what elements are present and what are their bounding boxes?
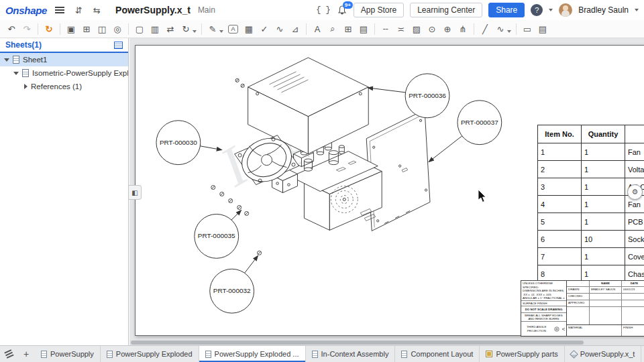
sheet-list-icon[interactable] — [114, 42, 123, 49]
tab-label: PowerSupply.x_t — [580, 350, 635, 358]
weld-symbol-icon[interactable]: ⊿ — [288, 21, 303, 36]
properties-icon[interactable]: ▤ — [535, 21, 550, 36]
tb-spec-line: ANGULAR ± 1° FRACTIONAL ± 1/32 — [523, 296, 565, 301]
onshape-logo[interactable]: Onshape — [5, 5, 47, 16]
manage-tabs-icon — [5, 352, 13, 356]
power-supply-geometry[interactable] — [211, 58, 430, 255]
tab-label: Component Layout — [411, 350, 473, 358]
help-button[interactable]: ? — [531, 4, 543, 16]
tb-drawn-date: 06/01/23 — [622, 287, 644, 294]
share-button[interactable]: Share — [488, 3, 525, 17]
undo-icon[interactable]: ↶ — [4, 21, 19, 36]
balloon-prt-000030[interactable]: PRT-000030 — [156, 121, 222, 165]
balloon-prt-000035[interactable]: PRT-000035 — [195, 210, 241, 258]
manage-tabs-button[interactable] — [0, 346, 17, 362]
document-title[interactable]: PowerSupply.x_t — [115, 5, 191, 15]
user-name[interactable]: Bradley Sauln — [578, 5, 629, 15]
notification-badge: 9+ — [343, 1, 353, 9]
bom-cell: 1 — [582, 161, 625, 178]
hatch-icon[interactable]: ▨ — [409, 21, 424, 36]
sheets-panel: Sheets(1) Sheet1 Isometric-PowerSupply E… — [0, 38, 129, 345]
tree-item-isometric-view[interactable]: Isometric-PowerSupply Explod — [0, 66, 128, 80]
tab-label: PowerSupply Exploded ... — [215, 350, 299, 358]
chevron-down-icon[interactable] — [4, 58, 9, 62]
split-tool-icon[interactable]: ⋔ — [455, 21, 470, 36]
sheet-tool-icon[interactable]: ▭ — [520, 21, 535, 36]
tab-component-layout[interactable]: Component Layout — [395, 346, 480, 362]
detail-view-icon[interactable]: ◎ — [110, 21, 125, 36]
drawing-tab-icon — [41, 351, 47, 358]
bom-cell: Volta — [625, 161, 644, 178]
bom-cell: 2 — [538, 161, 582, 178]
tb-surface-finish: SURFACE FINISH: — [521, 301, 566, 306]
toolbar-divider — [306, 23, 307, 35]
bom-cell: 7 — [538, 248, 582, 265]
break-view-icon[interactable]: ▥ — [148, 21, 162, 36]
circle-tool-icon[interactable]: ⊙ — [425, 21, 439, 36]
hamburger-menu-icon[interactable] — [55, 9, 64, 11]
tab-powersupply-exploded[interactable]: PowerSupply Exploded — [101, 346, 199, 362]
inspection-symbol-icon[interactable]: ✓ — [257, 21, 272, 36]
dimension-icon[interactable]: ✎ — [205, 21, 220, 36]
bom-table[interactable]: Item No. Quantity 11Fan 21Volta 31AC Co … — [537, 125, 644, 283]
spline-tool-icon[interactable]: ∿ — [493, 21, 508, 36]
drawing-tab-icon — [205, 351, 211, 358]
scrollbar-thumb[interactable] — [131, 341, 584, 345]
centermark-icon[interactable]: ≍ — [394, 21, 409, 36]
horizontal-scrollbar[interactable] — [129, 340, 644, 345]
projected-view-icon[interactable]: ⊞ — [79, 21, 94, 36]
toolbar-divider — [60, 23, 60, 35]
balloon-prt-000036[interactable]: PRT-000036 — [368, 74, 449, 118]
curly-braces-icon[interactable]: { } — [316, 5, 331, 15]
caret-icon — [507, 30, 511, 33]
versions-icon[interactable]: ⇵ — [72, 5, 85, 15]
toolbar-divider — [516, 23, 517, 35]
rotate-view-icon[interactable]: ↻ — [178, 21, 193, 36]
learning-center-button[interactable]: Learning Center — [410, 3, 482, 17]
user-avatar[interactable] — [559, 3, 572, 17]
tab-powersupply-exploded-drawing[interactable]: PowerSupply Exploded ... — [199, 346, 306, 362]
drawing-canvas[interactable]: In pr — [129, 38, 644, 345]
tb-spec-line: UNLESS OTHERWISE SPECIFIED: — [523, 282, 565, 289]
bom-cell: 1 — [582, 196, 625, 213]
bom-cell: 1 — [582, 248, 625, 265]
text-icon[interactable]: A — [310, 21, 325, 36]
panel-collapse-handle[interactable]: ◧ — [129, 185, 142, 200]
balloon-prt-000032[interactable]: PRT-000032 — [210, 255, 258, 313]
table-icon[interactable]: ⊞ — [341, 21, 356, 36]
crop-view-icon[interactable]: ▢ — [132, 21, 147, 36]
tree-item-references[interactable]: References (1) — [0, 80, 128, 93]
notifications-bell-icon[interactable]: 9+ — [337, 5, 347, 15]
tree-item-sheet1[interactable]: Sheet1 — [0, 53, 128, 66]
surface-finish-icon[interactable]: ∿ — [272, 21, 287, 36]
section-view-icon[interactable]: ◫ — [95, 21, 109, 36]
tb-finish-label: FINISH — [622, 325, 644, 336]
app-store-button[interactable]: App Store — [354, 3, 404, 17]
note-icon[interactable]: A — [228, 25, 238, 34]
update-views-icon[interactable]: ↻ — [42, 21, 56, 36]
bom-table-icon[interactable]: ▤ — [356, 21, 371, 36]
redo-icon[interactable]: ↷ — [19, 21, 34, 36]
point-tool-icon[interactable]: ⊕ — [440, 21, 455, 36]
branch-icon[interactable]: ⇆ — [91, 5, 103, 15]
move-view-icon[interactable]: ⇄ — [163, 21, 178, 36]
context-tool-button[interactable]: ⚙ — [627, 184, 643, 200]
chevron-down-icon[interactable] — [13, 72, 19, 75]
line-tool-icon[interactable]: ╱ — [478, 21, 492, 36]
bom-cell: 1 — [538, 143, 582, 161]
chevron-right-icon[interactable] — [24, 84, 28, 89]
title-block: UNLESS OTHERWISE SPECIFIED: DIMENSIONS A… — [521, 280, 644, 337]
add-tab-button[interactable]: + — [17, 346, 35, 362]
tab-in-context-assembly[interactable]: In-Context Assembly — [306, 346, 396, 362]
insert-view-icon[interactable]: ▣ — [64, 21, 78, 36]
image-icon[interactable]: ▦ — [241, 21, 256, 36]
tab-label: PowerSupply parts — [496, 350, 557, 358]
tb-drawn-label: DRAWN — [567, 287, 590, 294]
measure-icon[interactable]: ⌕ — [325, 21, 340, 36]
tab-powersupply[interactable]: PowerSupply — [35, 346, 101, 362]
third-angle-projection-icon — [553, 326, 565, 333]
drawing-sheet[interactable]: In pr — [135, 45, 644, 336]
tab-powersupply-xt[interactable]: PowerSupply.x_t — [565, 346, 642, 362]
tab-powersupply-parts[interactable]: PowerSupply parts — [480, 346, 564, 362]
centerline-icon[interactable]: ╌ — [378, 21, 393, 36]
